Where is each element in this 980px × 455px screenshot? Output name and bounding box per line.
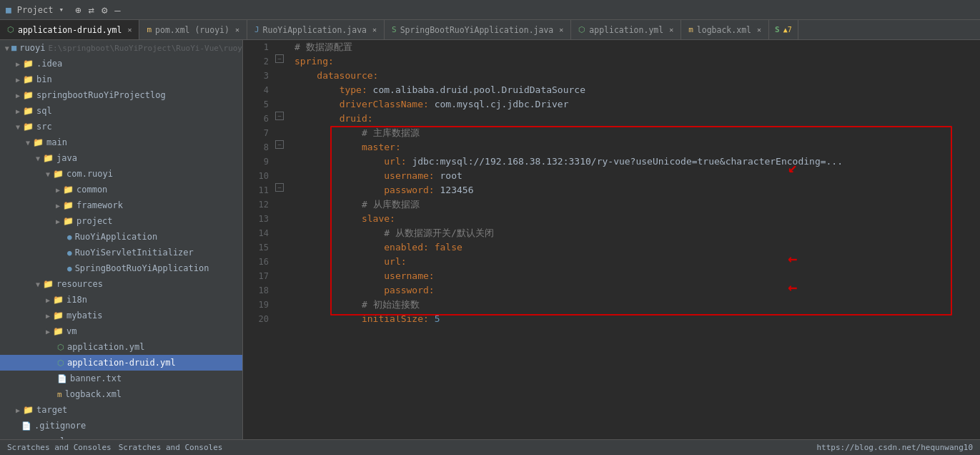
tree-item-resources[interactable]: ▼ 📁 resources [0,276,242,292]
folder-icon: 📁 [23,90,34,100]
line-num-5: 5 [247,97,269,112]
tab-label: application-druid.yml [18,25,122,35]
tree-item-com-ruoyi[interactable]: ▼ 📁 com.ruoyi [0,166,242,182]
tree-item-springboot-ruoyi-app[interactable]: ● SpringBootRuoYiApplication [0,260,242,276]
status-left: Scratches and Consoles Scratches and Con… [7,443,222,452]
line-numbers: 1 2 3 4 5 6 7 8 9 10 11 12 13 14 15 16 1 [243,40,273,439]
tree-item-framework[interactable]: ▶ 📁 framework [0,197,242,213]
code-key: master: [362,140,401,155]
class-icon: ● [67,248,72,258]
line-num-16: 16 [247,255,269,269]
code-key: spring: [295,54,334,69]
code-line-9: url: jdbc:mysql://192.168.38.132:3310/ry… [295,155,973,169]
line-num-9: 9 [247,155,269,169]
tree-item-common[interactable]: ▶ 📁 common [0,182,242,197]
line-num-2: 2 [247,54,269,69]
editor[interactable]: 1 2 3 4 5 6 7 8 9 10 11 12 13 14 15 16 1 [243,40,980,439]
tree-item-servlet-init[interactable]: ● RuoYiServletInitializer [0,245,242,260]
tab-pom-xml[interactable]: m pom.xml (ruoyi) ✕ [139,20,247,39]
minimize-icon[interactable]: — [114,4,120,16]
code-line-16: url: [295,255,973,269]
tree-arrow: ▼ [13,123,23,131]
tree-project-root[interactable]: ▼ ■ ruoyi E:\springboot\RuoYiProject\Ruo… [0,40,242,56]
tree-item-pom-xml[interactable]: m pom.xml [0,434,242,439]
tree-item-sql[interactable]: ▶ 📁 sql [0,103,242,119]
tab-close-icon[interactable]: ✕ [559,26,563,34]
tree-label: framework [76,200,123,210]
tree-item-java[interactable]: ▼ 📁 java [0,150,242,166]
tree-item-application-druid-yml[interactable]: ⬡ application-druid.yml [0,355,242,371]
tab-close-icon[interactable]: ✕ [372,26,377,34]
tab-application-yml[interactable]: ⬡ application.yml ✕ [571,20,681,39]
status-right: https://blog.csdn.net/hequnwang10 [816,443,973,452]
tab-close-icon[interactable]: ✕ [757,26,761,34]
tree-item-bin[interactable]: ▶ 📁 bin [0,72,242,87]
folder-icon: 📁 [63,185,74,195]
code-indent [295,155,384,169]
folder-icon: 📁 [23,59,34,69]
folder-icon: 📁 [53,310,64,321]
tree-item-banner-txt[interactable]: 📄 banner.txt [0,371,242,386]
line-num-12: 12 [247,197,269,212]
tree-item-ruoyi-app[interactable]: ● RuoYiApplication [0,229,242,245]
tab-ruoyi-application[interactable]: J RuoYiApplication.java ✕ [247,20,385,39]
tree-item-springbootlog[interactable]: ▶ 📁 springbootRuoYiProjectlog [0,87,242,103]
code-line-11: password: 123456 [295,183,973,197]
tab-close-icon[interactable]: ✕ [235,26,239,34]
tab-close-icon[interactable]: ✕ [669,26,673,34]
tree-item-mybatis[interactable]: ▶ 📁 mybatis [0,308,242,323]
code-indent [295,312,362,326]
fold-icon-line11[interactable]: − [275,183,284,192]
tree-item-gitignore[interactable]: 📄 .gitignore [0,418,242,434]
new-file-icon[interactable]: ⊕ [75,4,81,16]
tab-logback-xml[interactable]: m logback.xml ✕ [681,20,769,39]
code-indent [295,169,384,183]
tree-item-main[interactable]: ▼ 📁 main [0,134,242,150]
tab-close-icon[interactable]: ✕ [127,26,132,34]
fold-icon-line2[interactable]: − [275,54,284,63]
code-line-14: # 从数据源开关/默认关闭 [295,226,973,240]
fold-icon-line8[interactable]: − [275,140,284,149]
code-line-18: password: [295,283,973,298]
tab-springboot-ruoyi[interactable]: S SpringBootRuoYiApplication.java ✕ [385,20,571,39]
folder-icon: 📁 [53,169,64,179]
xml-icon: m [688,25,693,34]
tree-label: logback.xml [65,389,122,399]
tree-item-idea[interactable]: ▶ 📁 .idea [0,56,242,72]
line-num-11: 11 [247,183,269,197]
tab-spring-badge[interactable]: S ▲7 [769,20,798,39]
tree-item-src[interactable]: ▼ 📁 src [0,119,242,134]
main-area: ▼ ■ ruoyi E:\springboot\RuoYiProject\Ruo… [0,40,980,439]
project-label[interactable]: Project [17,5,54,15]
sync-icon[interactable]: ⇄ [88,4,94,16]
folder-icon: 📁 [63,200,74,210]
code-key: username: [384,169,440,183]
code-line-20: initialSize: 5 [295,312,973,326]
fold-icon-line6[interactable]: − [275,112,284,120]
tree-item-application-yml[interactable]: ⬡ application.yml [0,339,242,355]
folder-icon: 📁 [23,122,34,132]
tree-label: com.ruoyi [66,169,113,179]
settings-icon[interactable]: ⚙ [102,4,107,16]
project-icon: ■ [6,4,11,15]
tree-arrow: ▶ [13,107,23,115]
tree-item-logback-xml[interactable]: m logback.xml [0,386,242,402]
tree-item-vm[interactable]: ▶ 📁 vm [0,323,242,339]
tree-label: main [46,137,67,147]
code-comment: # 主库数据源 [362,126,420,140]
line-num-7: 7 [247,126,269,140]
project-dropdown-icon[interactable]: ▾ [59,5,64,14]
tab-label: logback.xml [697,25,751,35]
editor-content: 1 2 3 4 5 6 7 8 9 10 11 12 13 14 15 16 1 [243,40,980,439]
gutter: − − − − [273,40,287,439]
tree-arrow: ▶ [43,312,53,320]
tree-item-project[interactable]: ▶ 📁 project [0,213,242,229]
tree-label: RuoYiApplication [75,232,158,242]
tree-item-i18n[interactable]: ▶ 📁 i18n [0,292,242,308]
tree-item-target[interactable]: ▶ 📁 target [0,402,242,418]
tab-application-druid-yml[interactable]: ⬡ application-druid.yml ✕ [0,20,139,39]
tree-label: banner.txt [70,373,122,383]
tree-arrow: ▶ [53,202,63,210]
tab-label: SpringBootRuoYiApplication.java [400,25,554,35]
scratches-text: Scratches and Consoles [119,443,223,452]
